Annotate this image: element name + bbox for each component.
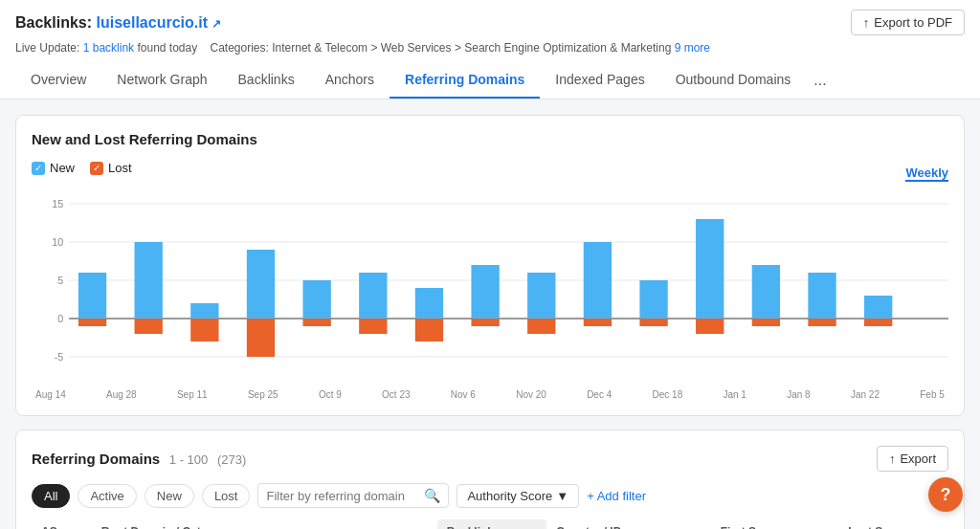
chart-legend: ✓ New ✓ Lost bbox=[32, 161, 132, 175]
col-header-backlinks[interactable]: Backlinks ▲▼ bbox=[437, 519, 547, 529]
weekly-toggle[interactable]: Weekly bbox=[905, 165, 948, 182]
bar-chart: 15 10 5 0 -5 bbox=[32, 194, 948, 386]
chart-x-labels: Aug 14 Aug 28 Sep 11 Sep 25 Oct 9 Oct 23… bbox=[32, 389, 948, 400]
live-update-bar: Live Update: 1 backlink found today Cate… bbox=[15, 41, 965, 62]
svg-rect-32 bbox=[696, 219, 724, 319]
legend-lost: ✓ Lost bbox=[90, 161, 132, 175]
svg-text:10: 10 bbox=[52, 236, 63, 248]
table-title: Referring Domains bbox=[32, 451, 160, 467]
upload-icon-2: ↑ bbox=[889, 452, 896, 466]
main-nav: Overview Network Graph Backlinks Anchors… bbox=[15, 62, 965, 99]
tab-indexed-pages[interactable]: Indexed Pages bbox=[540, 62, 659, 99]
chart-card: New and Lost Referring Domains ✓ New ✓ L… bbox=[15, 115, 965, 416]
more-categories-link[interactable]: 9 more bbox=[675, 41, 710, 55]
domains-table: AS ▲▼ Root Domain / Category Backlinks ▲… bbox=[32, 519, 948, 529]
svg-rect-29 bbox=[584, 319, 612, 326]
export-table-button[interactable]: ↑ Export bbox=[877, 446, 948, 472]
col-header-country[interactable]: Country / IP ▲▼ bbox=[546, 519, 710, 529]
search-input[interactable] bbox=[266, 489, 419, 503]
svg-rect-22 bbox=[415, 288, 443, 319]
tab-anchors[interactable]: Anchors bbox=[310, 62, 390, 99]
svg-rect-39 bbox=[864, 319, 892, 326]
chevron-down-icon: ▼ bbox=[556, 489, 568, 503]
svg-text:5: 5 bbox=[57, 275, 63, 286]
chart-svg: 15 10 5 0 -5 bbox=[32, 194, 948, 386]
add-filter-button[interactable]: + Add filter bbox=[587, 489, 646, 503]
chart-title: New and Lost Referring Domains bbox=[32, 131, 948, 147]
svg-text:-5: -5 bbox=[55, 351, 64, 363]
svg-rect-38 bbox=[864, 296, 892, 319]
tab-referring-domains[interactable]: Referring Domains bbox=[390, 62, 540, 99]
legend-new: ✓ New bbox=[32, 161, 75, 175]
tab-overview[interactable]: Overview bbox=[15, 62, 101, 99]
page-title: Backlinks: luisellacurcio.it ↗ bbox=[15, 14, 221, 32]
tab-network-graph[interactable]: Network Graph bbox=[101, 62, 222, 99]
svg-rect-15 bbox=[190, 319, 218, 342]
filter-active-button[interactable]: Active bbox=[78, 484, 136, 508]
filter-all-button[interactable]: All bbox=[32, 484, 70, 508]
col-header-as[interactable]: AS ▲▼ bbox=[32, 519, 92, 529]
svg-rect-17 bbox=[247, 319, 275, 357]
table-total: (273) bbox=[217, 452, 246, 467]
lost-checkbox[interactable]: ✓ bbox=[90, 162, 103, 175]
svg-rect-12 bbox=[135, 242, 163, 319]
col-header-domain: Root Domain / Category bbox=[92, 519, 437, 529]
svg-rect-27 bbox=[527, 319, 555, 334]
svg-rect-23 bbox=[415, 319, 443, 342]
svg-rect-25 bbox=[471, 319, 499, 326]
svg-rect-13 bbox=[135, 319, 163, 334]
svg-rect-10 bbox=[78, 273, 106, 319]
svg-rect-20 bbox=[359, 273, 387, 319]
svg-rect-19 bbox=[302, 319, 330, 326]
svg-rect-36 bbox=[808, 273, 835, 319]
svg-rect-28 bbox=[584, 242, 612, 319]
table-title-area: Referring Domains 1 - 100 (273) bbox=[32, 451, 246, 467]
search-icon: 🔍 bbox=[424, 488, 440, 503]
filter-bar: All Active New Lost 🔍 Authority Score ▼ … bbox=[32, 483, 948, 508]
svg-rect-18 bbox=[302, 280, 330, 319]
svg-rect-33 bbox=[696, 319, 724, 334]
svg-rect-14 bbox=[190, 303, 218, 319]
col-header-first-seen[interactable]: First Seen ▲▼ bbox=[711, 519, 839, 529]
help-button[interactable]: ? bbox=[928, 477, 963, 512]
backlink-count-link[interactable]: 1 backlink bbox=[83, 41, 134, 55]
svg-rect-34 bbox=[752, 265, 780, 319]
col-header-last-seen[interactable]: Last Seen ▲▼ bbox=[838, 519, 948, 529]
external-link-icon[interactable]: ↗ bbox=[212, 17, 221, 31]
svg-rect-21 bbox=[359, 319, 387, 334]
tab-outbound-domains[interactable]: Outbound Domains bbox=[660, 62, 807, 99]
search-box[interactable]: 🔍 bbox=[257, 483, 449, 508]
domain-name: luisellacurcio.it bbox=[97, 14, 208, 31]
svg-rect-35 bbox=[752, 319, 780, 326]
table-range: 1 - 100 bbox=[169, 452, 208, 467]
tab-more[interactable]: ... bbox=[806, 62, 834, 99]
export-pdf-button[interactable]: ↑ Export to PDF bbox=[851, 10, 965, 35]
svg-text:15: 15 bbox=[52, 198, 63, 209]
svg-rect-24 bbox=[471, 265, 499, 319]
svg-rect-31 bbox=[639, 319, 667, 326]
svg-rect-37 bbox=[808, 319, 835, 326]
svg-rect-16 bbox=[247, 250, 275, 319]
svg-text:0: 0 bbox=[57, 313, 63, 324]
filter-lost-button[interactable]: Lost bbox=[202, 484, 251, 508]
authority-score-select[interactable]: Authority Score ▼ bbox=[457, 484, 579, 508]
svg-rect-30 bbox=[639, 280, 667, 319]
new-checkbox[interactable]: ✓ bbox=[32, 162, 45, 175]
upload-icon: ↑ bbox=[863, 15, 870, 30]
svg-rect-26 bbox=[527, 273, 555, 319]
svg-rect-11 bbox=[78, 319, 106, 326]
filter-new-button[interactable]: New bbox=[145, 484, 194, 508]
tab-backlinks[interactable]: Backlinks bbox=[223, 62, 310, 99]
referring-domains-card: Referring Domains 1 - 100 (273) ↑ Export… bbox=[15, 430, 965, 529]
